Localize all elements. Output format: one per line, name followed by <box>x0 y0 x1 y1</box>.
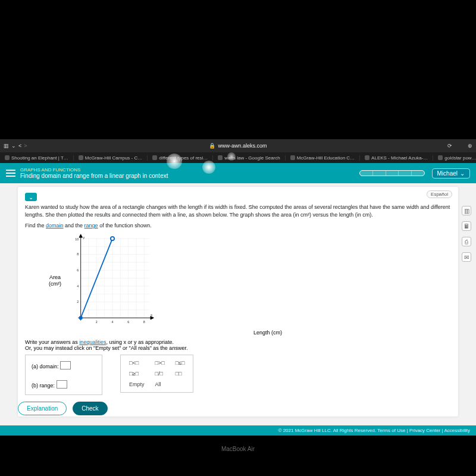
side-toolbar: ▥ 🖩 ⎙ ✉ <box>462 206 471 262</box>
chevron-down-icon: ⌄ <box>460 170 465 177</box>
svg-text:2: 2 <box>77 300 79 303</box>
sym-lt[interactable]: □<□ <box>129 360 145 366</box>
collapse-toggle[interactable]: ⌄ <box>25 193 37 201</box>
url-text: www-awn.aleks.com <box>218 143 267 149</box>
tool-mail-icon[interactable]: ✉ <box>462 252 471 262</box>
topic-title: Finding domain and range from a linear g… <box>20 173 168 179</box>
sidebar-toggle-icon[interactable]: ▥ <box>4 143 9 149</box>
menu-icon[interactable] <box>6 170 15 177</box>
tab-bar: Shooting an Elephant | T… McGraw-Hill Ca… <box>0 152 476 163</box>
share-icon[interactable]: ⊕ <box>468 143 472 149</box>
domain-link[interactable]: domain <box>46 223 64 228</box>
svg-text:4: 4 <box>77 284 79 287</box>
instructions: Write your answers as inequalities, usin… <box>25 339 451 351</box>
answer-box: (a) domain: (b) range: <box>25 355 102 395</box>
dropdown-icon[interactable]: ⌄ <box>11 143 16 149</box>
problem-text-2: Find the domain and the range of the fun… <box>25 222 451 230</box>
svg-text:6: 6 <box>127 320 129 324</box>
tab-6[interactable]: goldstar pow… <box>433 155 476 161</box>
symbol-palette: □<□ □>□ □≤□ □≥□ □/□ □□ Empty All <box>120 355 193 393</box>
svg-marker-23 <box>151 316 154 319</box>
aleks-header: GRAPHS AND FUNCTIONS Finding domain and … <box>0 163 476 183</box>
problem-panel: ⌄ Español Karen wanted to study how the … <box>18 187 458 416</box>
tool-print-icon[interactable]: ⎙ <box>462 237 471 246</box>
sym-frac[interactable]: □/□ <box>155 371 165 377</box>
svg-point-34 <box>79 316 83 320</box>
svg-marker-22 <box>79 234 82 237</box>
domain-input[interactable] <box>60 361 71 369</box>
explanation-button[interactable]: Explanation <box>18 402 67 415</box>
reload-icon[interactable]: ⟳ <box>447 143 452 149</box>
svg-text:8: 8 <box>77 252 79 256</box>
sym-ge[interactable]: □≥□ <box>129 371 145 377</box>
tab-4[interactable]: McGraw-Hill Education C… <box>286 155 360 161</box>
forward-icon: > <box>24 143 27 149</box>
svg-text:x: x <box>151 312 153 316</box>
user-menu[interactable]: Michael⌄ <box>432 168 470 178</box>
domain-label: (a) domain: <box>32 363 59 369</box>
tab-3[interactable]: watts law - Google Search <box>213 155 285 161</box>
problem-text-1: Karen wanted to study how the area of a … <box>25 203 451 218</box>
range-link[interactable]: range <box>84 223 98 228</box>
lock-icon: 🔒 <box>209 143 215 149</box>
sym-all[interactable]: All <box>155 381 165 387</box>
language-toggle[interactable]: Español <box>427 190 452 198</box>
tab-5[interactable]: ALEKS - Michael Azuka-… <box>360 155 433 161</box>
tool-ruler-icon[interactable]: ▥ <box>462 206 471 215</box>
check-button[interactable]: Check <box>73 402 107 415</box>
progress-bar <box>359 170 425 176</box>
back-icon[interactable]: < <box>18 143 21 149</box>
sym-le[interactable]: □≤□ <box>176 360 185 366</box>
svg-text:6: 6 <box>77 268 79 272</box>
range-label: (b) range: <box>32 382 55 388</box>
inequalities-link[interactable]: inequalities <box>79 339 106 345</box>
tool-calc-icon[interactable]: 🖩 <box>462 221 471 231</box>
y-axis-label: Area (cm²) <box>49 274 61 287</box>
address-bar[interactable]: 🔒 www-awn.aleks.com <box>209 143 267 149</box>
x-axis-label: Length (cm) <box>84 330 451 336</box>
svg-text:8: 8 <box>143 320 145 324</box>
svg-point-35 <box>111 237 114 240</box>
svg-text:10: 10 <box>75 237 79 240</box>
browser-toolbar: ▥ ⌄ < > 🔒 www-awn.aleks.com ⟳ ⊕ <box>0 139 476 152</box>
device-label: MacBook Air <box>0 446 476 452</box>
sym-empty[interactable]: Empty <box>129 381 145 387</box>
tab-1[interactable]: McGraw-Hill Campus - C… <box>74 155 148 161</box>
svg-text:4: 4 <box>112 320 114 324</box>
page: GRAPHS AND FUNCTIONS Finding domain and … <box>0 163 476 436</box>
footer-copyright: © 2021 McGraw Hill LLC. All Rights Reser… <box>0 425 476 436</box>
tab-0[interactable]: Shooting an Elephant | T… <box>0 155 74 161</box>
category-label: GRAPHS AND FUNCTIONS <box>20 167 168 173</box>
svg-text:2: 2 <box>96 320 98 324</box>
graph: 246810 2468 y x <box>65 233 160 328</box>
sym-gt[interactable]: □>□ <box>155 360 165 366</box>
range-input[interactable] <box>57 380 67 389</box>
action-bar: Explanation Check <box>0 397 476 420</box>
sym-box[interactable]: □□ <box>176 371 185 377</box>
